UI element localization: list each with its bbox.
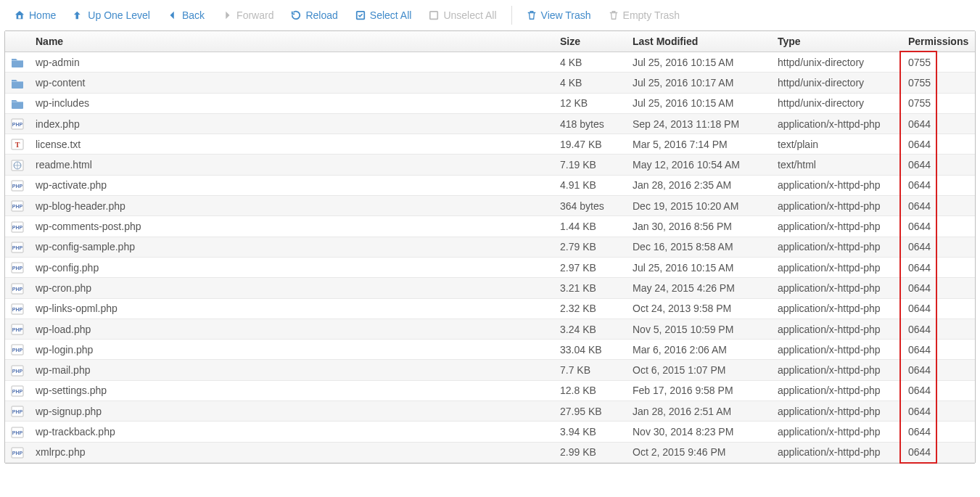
file-name[interactable]: wp-trackback.php [30,422,554,442]
file-type: application/x-httpd-php [772,380,902,401]
table-row[interactable]: PHPwp-mail.php7.7 KBOct 6, 2015 1:07 PMa… [5,360,975,380]
php-icon: PHP [11,283,24,295]
select-all-button[interactable]: Select All [348,7,419,24]
php-icon: PHP [11,262,24,274]
svg-text:PHP: PHP [12,369,23,374]
table-row[interactable]: wp-admin4 KBJul 25, 2016 10:15 AMhttpd/u… [5,52,975,73]
table-row[interactable]: PHPwp-activate.php4.91 KBJan 28, 2016 2:… [5,175,975,195]
svg-text:T: T [15,141,20,149]
table-row[interactable]: PHPwp-config.php2.97 KBJul 25, 2016 10:1… [5,257,975,277]
file-modified: Mar 6, 2016 2:06 AM [627,340,772,360]
table-row[interactable]: PHPwp-trackback.php3.94 KBNov 30, 2014 8… [5,422,975,442]
file-name[interactable]: wp-signup.php [30,401,554,422]
file-type: application/x-httpd-php [772,278,902,298]
column-header-name[interactable]: Name [30,31,554,52]
file-name[interactable]: wp-config.php [30,257,554,277]
column-header-permissions[interactable]: Permissions [902,31,975,52]
file-name[interactable]: readme.html [30,155,554,175]
file-name[interactable]: wp-settings.php [30,380,554,401]
php-icon: PHP [11,447,24,459]
toolbar-label: Back [182,9,205,21]
reload-button[interactable]: Reload [284,7,345,24]
file-type: application/x-httpd-php [772,237,902,257]
forward-button: Forward [215,7,281,24]
file-icon-cell: PHP [5,298,30,319]
php-icon: PHP [11,221,24,233]
file-name[interactable]: wp-comments-post.php [30,216,554,237]
svg-text:PHP: PHP [12,307,23,312]
file-modified: Jan 28, 2016 2:35 AM [627,175,772,195]
svg-text:PHP: PHP [12,225,23,230]
file-permissions: 0644 [902,298,975,319]
file-name[interactable]: wp-content [30,73,554,93]
php-icon: PHP [11,406,24,417]
file-permissions: 0644 [902,401,975,422]
table-row[interactable]: PHPwp-links-opml.php2.32 KBOct 24, 2013 … [5,298,975,319]
toolbar-label: Up One Level [88,9,150,21]
level-up-icon [73,10,83,20]
file-name[interactable]: wp-includes [30,93,554,113]
file-name[interactable]: wp-cron.php [30,278,554,298]
table-row[interactable]: PHPwp-config-sample.php2.79 KBDec 16, 20… [5,237,975,257]
file-size: 27.95 KB [554,401,627,422]
back-button[interactable]: Back [160,7,212,24]
file-icon-cell: PHP [5,401,30,422]
file-size: 3.94 KB [554,422,627,442]
file-size: 7.7 KB [554,360,627,380]
file-permissions: 0644 [902,340,975,360]
file-name[interactable]: index.php [30,113,554,134]
file-listing-panel: Name Size Last Modified Type Permissions… [4,30,976,464]
file-name[interactable]: wp-config-sample.php [30,237,554,257]
column-header-modified[interactable]: Last Modified [627,31,772,52]
table-row[interactable]: PHPwp-comments-post.php1.44 KBJan 30, 20… [5,216,975,237]
file-size: 3.21 KB [554,278,627,298]
file-size: 2.79 KB [554,237,627,257]
table-row[interactable]: PHPwp-login.php33.04 KBMar 6, 2016 2:06 … [5,340,975,360]
table-row[interactable]: Tlicense.txt19.47 KBMar 5, 2016 7:14 PMt… [5,134,975,155]
file-name[interactable]: wp-links-opml.php [30,298,554,319]
file-name[interactable]: wp-activate.php [30,175,554,195]
php-icon: PHP [11,118,24,130]
file-modified: May 24, 2015 4:26 PM [627,278,772,298]
table-row[interactable]: PHPwp-cron.php3.21 KBMay 24, 2015 4:26 P… [5,278,975,298]
table-row[interactable]: PHPwp-settings.php12.8 KBFeb 17, 2016 9:… [5,380,975,401]
file-permissions: 0644 [902,113,975,134]
file-name[interactable]: wp-admin [30,52,554,73]
file-type: httpd/unix-directory [772,52,902,73]
folder-icon [11,57,24,68]
file-name[interactable]: wp-login.php [30,340,554,360]
column-header-icon[interactable] [5,31,30,52]
table-row[interactable]: readme.html7.19 KBMay 12, 2016 10:54 AMt… [5,155,975,175]
svg-text:PHP: PHP [12,184,23,189]
file-size: 1.44 KB [554,216,627,237]
file-name[interactable]: license.txt [30,134,554,155]
unselect-all-button: Unselect All [421,7,503,24]
view-trash-button[interactable]: View Trash [519,7,598,24]
file-name[interactable]: wp-load.php [30,319,554,339]
file-size: 4.91 KB [554,175,627,195]
file-type: httpd/unix-directory [772,93,902,113]
home-button[interactable]: Home [7,7,63,24]
file-modified: Dec 19, 2015 10:20 AM [627,196,772,216]
file-modified: Oct 6, 2015 1:07 PM [627,360,772,380]
file-icon-cell [5,52,30,73]
file-name[interactable]: wp-mail.php [30,360,554,380]
table-header-row: Name Size Last Modified Type Permissions [5,31,975,52]
table-row[interactable]: PHPindex.php418 bytesSep 24, 2013 11:18 … [5,113,975,134]
file-name[interactable]: xmlrpc.php [30,442,554,462]
file-icon-cell: PHP [5,257,30,277]
table-row[interactable]: PHPwp-signup.php27.95 KBJan 28, 2016 2:5… [5,401,975,422]
file-type: application/x-httpd-php [772,360,902,380]
table-row[interactable]: PHPxmlrpc.php2.99 KBOct 2, 2015 9:46 PMa… [5,442,975,462]
toolbar-label: Forward [236,9,273,21]
up-one-level-button[interactable]: Up One Level [66,7,157,24]
file-size: 4 KB [554,73,627,93]
table-row[interactable]: PHPwp-load.php3.24 KBNov 5, 2015 10:59 P… [5,319,975,339]
column-header-size[interactable]: Size [554,31,627,52]
file-size: 2.32 KB [554,298,627,319]
file-name[interactable]: wp-blog-header.php [30,196,554,216]
column-header-type[interactable]: Type [772,31,902,52]
table-row[interactable]: wp-content4 KBJul 25, 2016 10:17 AMhttpd… [5,73,975,93]
table-row[interactable]: PHPwp-blog-header.php364 bytesDec 19, 20… [5,196,975,216]
table-row[interactable]: wp-includes12 KBJul 25, 2016 10:15 AMhtt… [5,93,975,113]
